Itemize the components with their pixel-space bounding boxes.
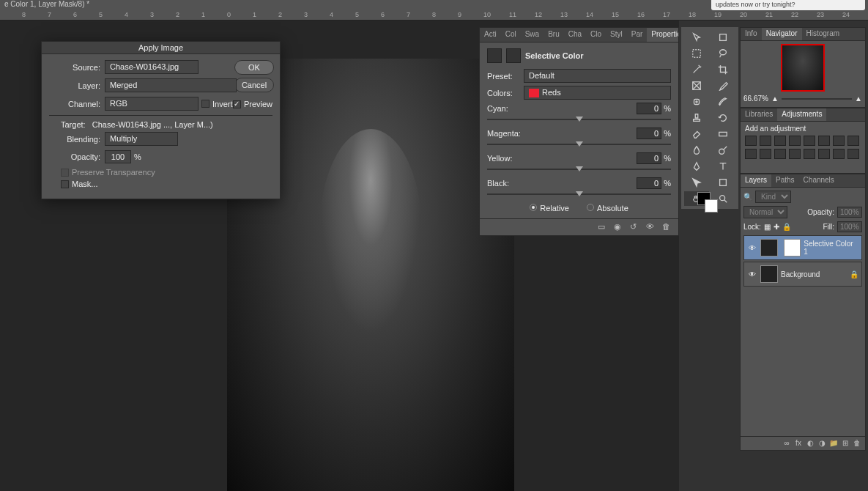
dodge-tool[interactable] — [711, 143, 735, 158]
blending-select[interactable]: Multiply — [105, 132, 178, 146]
tab-paragraph[interactable]: Par — [627, 28, 648, 42]
lock-all-icon[interactable]: 🔒 — [782, 223, 791, 231]
background-color[interactable] — [705, 199, 718, 213]
tab-properties[interactable]: Properties — [647, 28, 678, 42]
new-layer-icon[interactable]: ⊞ — [840, 439, 850, 448]
bw-icon[interactable] — [847, 136, 859, 146]
tab-actions[interactable]: Acti — [480, 28, 501, 42]
invert-icon[interactable] — [789, 149, 801, 159]
mask-checkbox[interactable]: Mask... — [61, 180, 272, 188]
fx-icon[interactable]: fx — [793, 439, 804, 448]
tab-paths[interactable]: Paths — [771, 174, 799, 187]
black-input[interactable] — [637, 177, 661, 189]
opacity-input[interactable] — [105, 150, 131, 163]
levels-icon[interactable] — [760, 136, 771, 146]
slider-thumb-icon[interactable] — [576, 166, 583, 171]
fill-input[interactable] — [837, 221, 862, 232]
color-swatches[interactable] — [697, 192, 711, 205]
tab-libraries[interactable]: Libraries — [741, 108, 777, 121]
history-brush-tool[interactable] — [711, 111, 735, 125]
layer-opacity-input[interactable] — [837, 207, 862, 218]
eraser-tool[interactable] — [684, 127, 709, 141]
frame-tool[interactable] — [684, 78, 709, 93]
clip-icon[interactable]: ▭ — [598, 222, 609, 232]
notification-popup[interactable]: updates now or try tonight? — [711, 0, 865, 10]
path-tool[interactable] — [684, 175, 709, 190]
ok-button[interactable]: OK — [234, 60, 274, 75]
shape-tool[interactable] — [711, 175, 735, 190]
hue-icon[interactable] — [818, 136, 830, 146]
layer-select[interactable]: Merged — [105, 78, 237, 92]
zoom-out-icon[interactable]: ▲ — [771, 95, 779, 103]
pen-tool[interactable] — [684, 159, 709, 174]
marquee-tool[interactable] — [684, 46, 709, 61]
tab-histogram[interactable]: Histogram — [802, 28, 845, 40]
colorlookup-icon[interactable] — [774, 149, 786, 159]
tab-info[interactable]: Info — [741, 28, 762, 40]
zoom-slider[interactable] — [782, 98, 852, 100]
lasso-tool[interactable] — [711, 46, 735, 61]
visibility-icon[interactable]: 👁 — [747, 244, 757, 252]
type-tool[interactable] — [711, 159, 735, 174]
visibility-icon[interactable]: 👁 — [646, 222, 658, 232]
brightness-icon[interactable] — [745, 136, 757, 146]
tab-channels[interactable]: Channels — [799, 174, 839, 187]
artboard-tool[interactable] — [711, 30, 735, 45]
link-icon[interactable]: ∞ — [782, 439, 792, 448]
gradient-tool[interactable] — [711, 127, 735, 141]
lock-position-icon[interactable]: ✚ — [774, 223, 779, 231]
view-icon[interactable]: ◉ — [614, 222, 626, 232]
tab-clone[interactable]: Clo — [586, 28, 606, 42]
channelmixer-icon[interactable] — [760, 149, 771, 159]
move-tool[interactable] — [684, 30, 709, 45]
slider-thumb-icon[interactable] — [576, 117, 583, 122]
cyan-slider[interactable]: Cyan: % — [487, 103, 671, 120]
kind-select[interactable]: Kind — [755, 191, 791, 203]
group-icon[interactable]: 📁 — [828, 439, 839, 448]
layer-background[interactable]: 👁 Background 🔒 — [743, 262, 862, 287]
colors-select[interactable]: Reds — [524, 86, 671, 100]
cancel-button[interactable]: Cancel — [234, 78, 274, 92]
blur-tool[interactable] — [684, 143, 709, 158]
channel-select[interactable]: RGB — [105, 97, 199, 111]
brush-tool[interactable] — [711, 95, 735, 109]
yellow-input[interactable] — [637, 152, 661, 164]
colorbalance-icon[interactable] — [833, 136, 845, 146]
reset-icon[interactable]: ↺ — [630, 222, 642, 232]
nav-thumbnail[interactable] — [781, 44, 825, 92]
magenta-slider[interactable]: Magenta: % — [487, 128, 671, 145]
preset-select[interactable]: Default — [524, 69, 671, 83]
tab-color[interactable]: Col — [501, 28, 521, 42]
search-icon[interactable]: 🔍 — [743, 193, 752, 201]
crop-tool[interactable] — [711, 62, 735, 77]
healing-tool[interactable] — [684, 95, 709, 109]
layer-selective-color[interactable]: 👁 Selective Color 1 — [743, 235, 862, 260]
tab-brushes[interactable]: Bru — [544, 28, 564, 42]
stamp-tool[interactable] — [684, 111, 709, 125]
tab-character[interactable]: Cha — [564, 28, 586, 42]
curves-icon[interactable] — [774, 136, 786, 146]
wand-tool[interactable] — [684, 62, 709, 77]
photofilter-icon[interactable] — [745, 149, 757, 159]
tab-swatches[interactable]: Swa — [521, 28, 544, 42]
zoom-in-icon[interactable]: ▲ — [855, 95, 862, 103]
vibrance-icon[interactable] — [804, 136, 815, 146]
tab-adjustments[interactable]: Adjustments — [777, 108, 826, 121]
tab-navigator[interactable]: Navigator — [762, 28, 802, 40]
black-slider[interactable]: Black: % — [487, 177, 671, 195]
blend-select[interactable]: Normal — [743, 206, 787, 218]
slider-thumb-icon[interactable] — [576, 141, 583, 147]
trash-icon[interactable]: 🗑 — [662, 222, 674, 232]
yellow-slider[interactable]: Yellow: % — [487, 152, 671, 170]
eyedropper-tool[interactable] — [711, 78, 735, 93]
adjustment-icon[interactable]: ◑ — [817, 439, 827, 448]
preview-checkbox[interactable]: Preview — [233, 100, 272, 108]
source-select[interactable]: Chase-W01643.jpg — [105, 60, 199, 74]
lock-pixels-icon[interactable]: ▦ — [764, 223, 771, 231]
visibility-icon[interactable]: 👁 — [747, 270, 757, 278]
slider-thumb-icon[interactable] — [576, 191, 583, 196]
mask-icon[interactable]: ◐ — [805, 439, 815, 448]
exposure-icon[interactable] — [789, 136, 801, 146]
tab-styles[interactable]: Styl — [606, 28, 627, 42]
trash-icon[interactable]: 🗑 — [852, 439, 862, 448]
